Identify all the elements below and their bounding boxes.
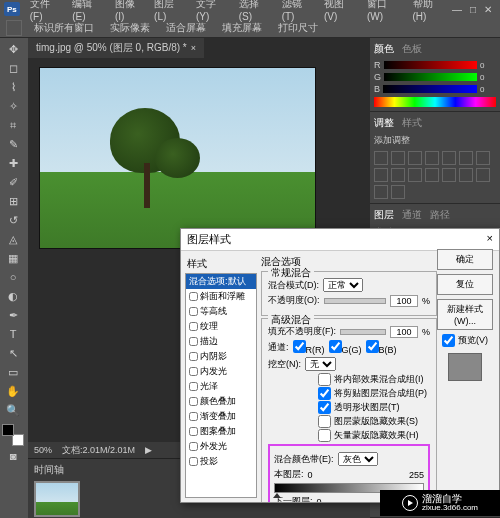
style-texture[interactable]: 纹理 bbox=[186, 319, 256, 334]
adj-icon[interactable] bbox=[408, 168, 422, 182]
status-chevron-icon[interactable]: ▶ bbox=[145, 445, 152, 455]
menu-view[interactable]: 视图(V) bbox=[320, 0, 361, 24]
g-slider[interactable] bbox=[384, 73, 477, 81]
preview-checkbox[interactable] bbox=[442, 334, 455, 347]
move-tool-icon[interactable]: ✥ bbox=[2, 40, 24, 58]
tab-close-icon[interactable]: × bbox=[191, 43, 196, 53]
style-drop-shadow[interactable]: 投影 bbox=[186, 454, 256, 469]
fill-slider[interactable] bbox=[340, 329, 386, 335]
ok-button[interactable]: 确定 bbox=[437, 249, 493, 270]
style-pattern-overlay[interactable]: 图案叠加 bbox=[186, 424, 256, 439]
tab-layers[interactable]: 图层 bbox=[374, 208, 394, 222]
document-canvas[interactable] bbox=[40, 68, 315, 248]
opt-all-windows[interactable]: 标识所有窗口 bbox=[30, 20, 98, 36]
b-slider[interactable] bbox=[383, 85, 477, 93]
adj-icon[interactable] bbox=[374, 168, 388, 182]
adj-icon[interactable] bbox=[459, 168, 473, 182]
knockout-select[interactable]: 无 bbox=[305, 357, 336, 371]
style-outer-glow[interactable]: 外发光 bbox=[186, 439, 256, 454]
menu-window[interactable]: 窗口(W) bbox=[363, 0, 407, 24]
lasso-tool-icon[interactable]: ⌇ bbox=[2, 78, 24, 96]
chk-inner-shadow[interactable] bbox=[189, 352, 198, 361]
fill-input[interactable] bbox=[390, 326, 418, 338]
style-blending-options[interactable]: 混合选项:默认 bbox=[186, 274, 256, 289]
chk-color-overlay[interactable] bbox=[189, 397, 198, 406]
wand-tool-icon[interactable]: ✧ bbox=[2, 97, 24, 115]
zoom-level[interactable]: 50% bbox=[34, 445, 52, 455]
shape-tool-icon[interactable]: ▭ bbox=[2, 363, 24, 381]
dodge-tool-icon[interactable]: ◐ bbox=[2, 287, 24, 305]
style-bevel[interactable]: 斜面和浮雕 bbox=[186, 289, 256, 304]
adj-icon[interactable] bbox=[476, 168, 490, 182]
chk-drop-shadow[interactable] bbox=[189, 457, 198, 466]
chk-bevel[interactable] bbox=[189, 292, 198, 301]
r-value[interactable]: 0 bbox=[480, 61, 496, 70]
tab-adjust[interactable]: 调整 bbox=[374, 116, 394, 130]
eraser-tool-icon[interactable]: ◬ bbox=[2, 230, 24, 248]
adj-icon[interactable] bbox=[391, 185, 405, 199]
adj-icon[interactable] bbox=[442, 168, 456, 182]
pen-tool-icon[interactable]: ✒ bbox=[2, 306, 24, 324]
style-color-overlay[interactable]: 颜色叠加 bbox=[186, 394, 256, 409]
brush-tool-icon[interactable]: ✐ bbox=[2, 173, 24, 191]
chk-layer-mask-hide[interactable] bbox=[318, 415, 331, 428]
fg-color-swatch[interactable] bbox=[2, 424, 14, 436]
r-slider[interactable] bbox=[384, 61, 478, 69]
blend-mode-select[interactable]: 正常 bbox=[323, 278, 363, 292]
tab-swatches[interactable]: 色板 bbox=[402, 42, 422, 56]
tab-paths[interactable]: 路径 bbox=[430, 208, 450, 222]
chk-inner-glow[interactable] bbox=[189, 367, 198, 376]
marquee-tool-icon[interactable]: ◻ bbox=[2, 59, 24, 77]
dialog-close-icon[interactable]: × bbox=[487, 232, 493, 247]
adj-icon[interactable] bbox=[476, 151, 490, 165]
minimize-icon[interactable]: — bbox=[452, 4, 462, 15]
chk-vector-mask-hide[interactable] bbox=[318, 429, 331, 442]
chk-gradient-overlay[interactable] bbox=[189, 412, 198, 421]
chk-outer-glow[interactable] bbox=[189, 442, 198, 451]
fg-bg-swatches[interactable] bbox=[2, 424, 24, 446]
style-satin[interactable]: 光泽 bbox=[186, 379, 256, 394]
frame-thumb[interactable] bbox=[34, 481, 80, 517]
zoom-tool-icon[interactable]: 🔍 bbox=[2, 401, 24, 419]
opacity-slider[interactable] bbox=[324, 298, 386, 304]
adj-icon[interactable] bbox=[408, 151, 422, 165]
chk-g[interactable] bbox=[329, 340, 342, 353]
chk-blend-clipped[interactable] bbox=[318, 387, 331, 400]
adj-icon[interactable] bbox=[374, 151, 388, 165]
chk-stroke[interactable] bbox=[189, 337, 198, 346]
chk-satin[interactable] bbox=[189, 382, 198, 391]
style-inner-glow[interactable]: 内发光 bbox=[186, 364, 256, 379]
path-tool-icon[interactable]: ↖ bbox=[2, 344, 24, 362]
adj-icon[interactable] bbox=[442, 151, 456, 165]
stamp-tool-icon[interactable]: ⊞ bbox=[2, 192, 24, 210]
new-style-button[interactable]: 新建样式(W)... bbox=[437, 299, 493, 330]
adj-icon[interactable] bbox=[459, 151, 473, 165]
heal-tool-icon[interactable]: ✚ bbox=[2, 154, 24, 172]
opt-print[interactable]: 打印尺寸 bbox=[274, 20, 322, 36]
tab-styles[interactable]: 样式 bbox=[402, 116, 422, 130]
adj-icon[interactable] bbox=[374, 185, 388, 199]
tab-channels[interactable]: 通道 bbox=[402, 208, 422, 222]
chk-r[interactable] bbox=[293, 340, 306, 353]
style-stroke[interactable]: 描边 bbox=[186, 334, 256, 349]
style-gradient-overlay[interactable]: 渐变叠加 bbox=[186, 409, 256, 424]
current-tool-icon[interactable] bbox=[6, 20, 22, 36]
b-value[interactable]: 0 bbox=[480, 85, 496, 94]
hand-tool-icon[interactable]: ✋ bbox=[2, 382, 24, 400]
opt-fill[interactable]: 填充屏幕 bbox=[218, 20, 266, 36]
opacity-input[interactable] bbox=[390, 295, 418, 307]
chk-transparency[interactable] bbox=[318, 401, 331, 414]
chk-pattern-overlay[interactable] bbox=[189, 427, 198, 436]
chk-texture[interactable] bbox=[189, 322, 198, 331]
opt-actual[interactable]: 实际像素 bbox=[106, 20, 154, 36]
tab-color[interactable]: 颜色 bbox=[374, 42, 394, 56]
document-tab[interactable]: timg.jpg @ 50% (图层 0, RGB/8) * × bbox=[28, 38, 204, 58]
opt-fit[interactable]: 适合屏幕 bbox=[162, 20, 210, 36]
style-contour[interactable]: 等高线 bbox=[186, 304, 256, 319]
blend-if-channel[interactable]: 灰色 bbox=[338, 452, 378, 466]
dialog-titlebar[interactable]: 图层样式 × bbox=[181, 229, 499, 251]
blur-tool-icon[interactable]: ○ bbox=[2, 268, 24, 286]
eyedropper-tool-icon[interactable]: ✎ bbox=[2, 135, 24, 153]
maximize-icon[interactable]: □ bbox=[470, 4, 476, 15]
chk-b[interactable] bbox=[366, 340, 379, 353]
